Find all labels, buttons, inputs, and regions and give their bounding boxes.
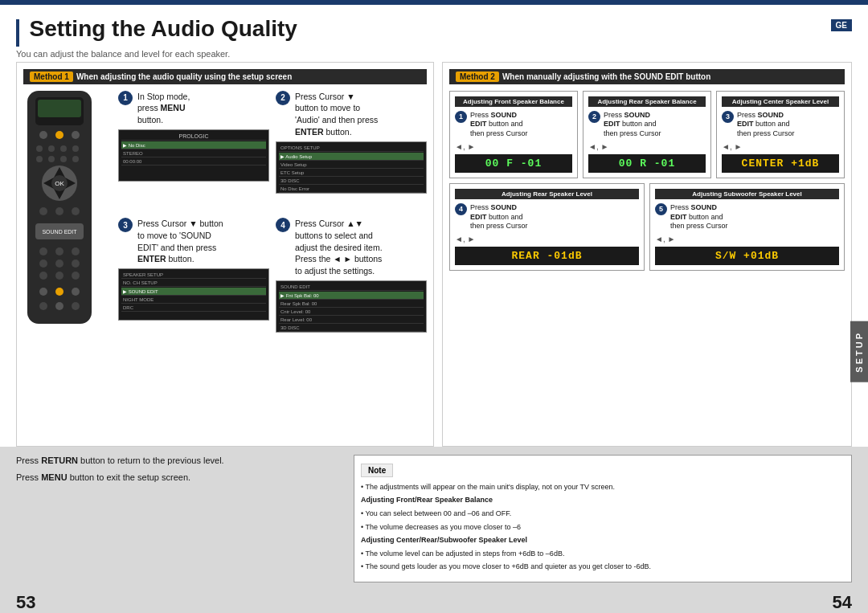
front-balance-box: Adjusting Front Speaker Balance 1 Press … bbox=[449, 91, 578, 178]
svg-point-39 bbox=[55, 302, 63, 310]
svg-point-38 bbox=[39, 302, 47, 310]
step3-screen: SPEAKER SETUP NO. CH SETUP ▶ SOUND EDIT … bbox=[118, 268, 269, 321]
note3: • You can select between 00 and –06 and … bbox=[361, 509, 845, 519]
method1-number: Method 1 bbox=[30, 72, 73, 82]
svg-point-31 bbox=[72, 260, 80, 268]
note-box: Note • The adjustments will appear on th… bbox=[354, 455, 852, 582]
svg-point-9 bbox=[72, 145, 79, 152]
sub-step-text: Press SOUNDEDIT button andthen press Cur… bbox=[670, 203, 728, 231]
note5: Adjusting Center/Rear/Subwoofer Speaker … bbox=[361, 535, 845, 546]
page-left: 53 bbox=[16, 592, 35, 613]
note6: • The volume level can be adjusted in st… bbox=[361, 549, 845, 559]
svg-point-3 bbox=[39, 131, 47, 139]
rear-balance-step-text: Press SOUNDEDIT button andthen press Cur… bbox=[604, 111, 661, 139]
front-cursor-arrows: ◄, ► bbox=[455, 142, 572, 151]
sub-step-num: 5 bbox=[655, 203, 667, 215]
front-step-num: 1 bbox=[455, 111, 467, 123]
sub-level-title: Adjusting Subwoofer Speaker Level bbox=[655, 189, 839, 199]
sub-level-box: Adjusting Subwoofer Speaker Level 5 Pres… bbox=[649, 183, 845, 271]
svg-point-32 bbox=[39, 272, 47, 280]
svg-point-33 bbox=[55, 272, 63, 280]
svg-point-29 bbox=[39, 260, 47, 268]
note7: • The sound gets louder as you move clos… bbox=[361, 562, 845, 572]
svg-rect-2 bbox=[38, 100, 81, 117]
svg-point-22 bbox=[55, 207, 63, 215]
rear-balance-display: 00 R -01 bbox=[588, 154, 706, 173]
step3-text: Press Cursor ▼ buttonto move to 'SOUNDED… bbox=[137, 218, 223, 265]
menu-text: Press MENU button to exit the setup scre… bbox=[16, 472, 338, 484]
step4-circle: 4 bbox=[276, 218, 290, 232]
center-step-text: Press SOUNDEDIT button andthen press Cur… bbox=[737, 111, 795, 139]
left-content: OK SOUND EDIT bbox=[23, 91, 427, 351]
note4: • The volume decreases as you move close… bbox=[361, 522, 845, 533]
step4-text: Press Cursor ▲▼buttons to select andadju… bbox=[295, 218, 383, 276]
svg-point-27 bbox=[55, 247, 63, 255]
rear-level-step-num: 4 bbox=[455, 203, 467, 215]
svg-point-30 bbox=[55, 260, 63, 268]
note1: • The adjustments will appear on the mai… bbox=[361, 482, 845, 492]
method1-title: When adjusting the audio quality using t… bbox=[76, 72, 292, 81]
rear-level-step: 4 Press SOUNDEDIT button andthen press C… bbox=[455, 203, 639, 231]
step2-text: Press Cursor ▼button to move to'Audio' a… bbox=[295, 91, 378, 138]
rear-balance-title: Adjusting Rear Speaker Balance bbox=[588, 96, 706, 107]
step1-circle: 1 bbox=[118, 91, 133, 105]
rear-level-title: Adjusting Rear Speaker Level bbox=[455, 189, 639, 199]
svg-point-35 bbox=[39, 288, 47, 296]
svg-point-4 bbox=[55, 131, 63, 139]
speaker-sections-row1: Adjusting Front Speaker Balance 1 Press … bbox=[449, 91, 845, 178]
step1-screen: PROLOGIC ▶ No Disc STEREO 00:00:00 bbox=[118, 129, 269, 182]
note2: Adjusting Front/Rear Speaker Balance bbox=[361, 495, 845, 505]
setup-tab: SETUP bbox=[850, 321, 868, 382]
method1-header: Method 1 When adjusting the audio qualit… bbox=[23, 69, 427, 84]
center-display: CENTER +1dB bbox=[722, 154, 839, 173]
rear-level-display: REAR -01dB bbox=[455, 247, 639, 265]
title-block: Setting the Audio Quality You can adjust… bbox=[16, 16, 297, 59]
step2-header: 2 Press Cursor ▼button to move to'Audio'… bbox=[276, 91, 427, 138]
step3-header: 3 Press Cursor ▼ buttonto move to 'SOUND… bbox=[118, 218, 269, 265]
step1-text: In Stop mode,press MENUbutton. bbox=[137, 91, 190, 126]
header: Setting the Audio Quality You can adjust… bbox=[0, 5, 868, 62]
svg-point-26 bbox=[39, 247, 47, 255]
rear-balance-step-num: 2 bbox=[588, 111, 600, 123]
step4-screen: SOUND EDIT ▶ Fnt Spk Bal: 00 Rear Spk Ba… bbox=[276, 280, 427, 333]
page-title: Setting the Audio Quality bbox=[29, 16, 297, 41]
front-balance-step: 1 Press SOUNDEDIT button andthen press C… bbox=[455, 111, 572, 139]
main-content: Setting the Audio Quality You can adjust… bbox=[0, 5, 868, 613]
center-level-step: 3 Press SOUNDEDIT button andthen press C… bbox=[722, 111, 839, 139]
svg-point-34 bbox=[72, 272, 80, 280]
svg-point-6 bbox=[36, 145, 43, 152]
step4-header: 4 Press Cursor ▲▼buttons to select andad… bbox=[276, 218, 427, 276]
svg-point-8 bbox=[60, 145, 67, 152]
center-step-num: 3 bbox=[722, 111, 734, 123]
method2-box: Method 2 When manually adjusting with th… bbox=[442, 62, 852, 447]
remote-svg: OK SOUND EDIT bbox=[23, 91, 96, 348]
step2-screen: OPTIONS SETUP ▶ Audio Setup Video Setup … bbox=[276, 141, 427, 194]
svg-point-13 bbox=[72, 156, 79, 162]
step3-circle: 3 bbox=[118, 218, 133, 232]
method2-title: When manually adjusting with the SOUND E… bbox=[502, 72, 710, 81]
rear-level-cursor: ◄, ► bbox=[455, 235, 639, 243]
note-header: Note bbox=[361, 464, 393, 477]
svg-text:SOUND EDIT: SOUND EDIT bbox=[42, 229, 77, 235]
step1-block: 1 In Stop mode,press MENUbutton. PROLOGI… bbox=[118, 91, 269, 212]
center-cursor: ◄, ► bbox=[722, 142, 839, 151]
body-area: Method 1 When adjusting the audio qualit… bbox=[0, 62, 868, 447]
page-subtitle: You can adjust the balance and level for… bbox=[16, 49, 297, 59]
svg-point-23 bbox=[72, 207, 80, 215]
method2-header: Method 2 When manually adjusting with th… bbox=[449, 69, 845, 84]
bottom-left: Press RETURN button to return to the pre… bbox=[16, 455, 338, 582]
sub-cursor: ◄, ► bbox=[655, 235, 839, 243]
right-panel: Method 2 When manually adjusting with th… bbox=[442, 62, 852, 447]
svg-point-5 bbox=[72, 131, 80, 139]
rear-balance-cursor: ◄, ► bbox=[588, 142, 706, 151]
remote-image: OK SOUND EDIT bbox=[23, 91, 112, 351]
method1-box: Method 1 When adjusting the audio qualit… bbox=[16, 62, 434, 447]
sub-display: S/W +01dB bbox=[655, 247, 839, 265]
speaker-sections-row2: Adjusting Rear Speaker Level 4 Press SOU… bbox=[449, 183, 845, 271]
step3-block: 3 Press Cursor ▼ buttonto move to 'SOUND… bbox=[118, 218, 269, 350]
svg-point-11 bbox=[48, 156, 55, 162]
rear-level-step-text: Press SOUNDEDIT button andthen press Cur… bbox=[470, 203, 528, 231]
page-numbers: 53 54 bbox=[0, 591, 868, 613]
svg-point-12 bbox=[60, 156, 67, 162]
bottom-section: Press RETURN button to return to the pre… bbox=[0, 447, 868, 591]
